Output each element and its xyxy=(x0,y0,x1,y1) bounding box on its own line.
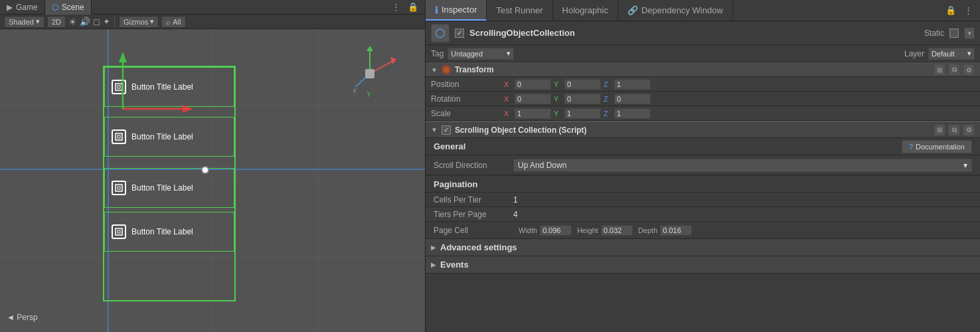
script-icons: ⊞ ⧉ ⚙ xyxy=(934,124,975,136)
game-icon: ▶ xyxy=(7,3,13,12)
page-cell-label: Page Cell xyxy=(434,226,513,235)
component-enabled-checkbox[interactable] xyxy=(455,29,464,38)
advanced-arrow: ▶ xyxy=(431,244,436,251)
scale-x-field[interactable]: 1 xyxy=(515,108,551,119)
rot-x-field[interactable]: 0 xyxy=(515,94,551,104)
game-tab-label: Game xyxy=(16,3,38,12)
events-row[interactable]: ▶ Events xyxy=(426,256,980,274)
scene-tab-label: Scene xyxy=(62,3,84,12)
pos-x-field[interactable]: 0 xyxy=(515,79,551,90)
rot-y-field[interactable]: 0 xyxy=(564,94,601,104)
view-gizmo: y x z xyxy=(342,46,398,102)
scroll-dir-row: Scroll Direction Up And Down ▾ xyxy=(426,155,980,175)
circle-handle[interactable] xyxy=(201,166,209,174)
scroll-dir-dropdown[interactable]: Up And Down ▾ xyxy=(513,159,972,172)
scale-x-label: X xyxy=(504,110,512,118)
scale-y-label: Y xyxy=(554,110,562,118)
pos-z-field[interactable]: 1 xyxy=(614,79,651,90)
cube-icon-4 xyxy=(114,227,123,236)
cube-icon-2 xyxy=(114,132,123,141)
page-cell-row: Page Cell Width 0.096 Height 0.032 Depth… xyxy=(426,222,980,239)
svg-rect-7 xyxy=(118,230,120,233)
test-runner-label: Test Runner xyxy=(496,5,542,15)
mode-2d-btn[interactable]: 2D xyxy=(47,16,66,28)
tab-lock-icon[interactable]: 🔒 xyxy=(406,1,420,14)
tab-menu-icon[interactable]: ⋮ xyxy=(389,1,402,14)
transform-link-icon[interactable]: ⧉ xyxy=(948,64,960,76)
cells-per-tier-value: 1 xyxy=(513,195,518,205)
width-group: Width 0.096 xyxy=(519,225,572,236)
svg-marker-9 xyxy=(183,105,193,113)
transform-title: Transform xyxy=(455,65,494,74)
script-section-header: ▼ Scrolling Object Collection (Script) ⊞… xyxy=(426,121,980,138)
scroll-dir-arrow: ▾ xyxy=(963,161,967,170)
scene-viewport[interactable]: Button Title Label Button Title Label xyxy=(0,29,425,332)
script-enabled-checkbox[interactable] xyxy=(442,125,451,135)
tag-value: Untagged xyxy=(451,50,483,58)
tab-inspector[interactable]: ℹ Inspector xyxy=(426,0,487,21)
rot-y-group: Y 0 xyxy=(554,94,601,104)
tag-arrow: ▾ xyxy=(507,49,511,58)
script-link-icon[interactable]: ⧉ xyxy=(948,124,960,136)
script-copy-icon[interactable]: ⊞ xyxy=(934,124,945,136)
advanced-title: Advanced settings xyxy=(440,242,517,252)
rotation-label: Rotation xyxy=(431,94,504,104)
general-title: General xyxy=(434,141,902,151)
component-icon-box: ⬡ xyxy=(431,24,449,42)
svg-marker-13 xyxy=(367,46,373,51)
tab-dependency[interactable]: 🔗 Dependency Window xyxy=(618,0,733,21)
static-dropdown-btn[interactable]: ▾ xyxy=(964,27,975,39)
svg-rect-1 xyxy=(118,86,120,88)
search-btn[interactable]: ⌕ All xyxy=(161,16,185,28)
pos-y-group: Y 0 xyxy=(554,79,601,90)
tab-game[interactable]: ▶ Game xyxy=(0,0,45,15)
tag-label: Tag xyxy=(431,49,444,58)
scene-toolbar: Shaded ▾ 2D ☀ 🔊 ◻ ✦ Gizmos ▾ ⌕ All xyxy=(0,15,425,29)
documentation-button[interactable]: ? Documentation xyxy=(902,140,972,153)
width-field[interactable]: 0.096 xyxy=(540,225,572,236)
static-checkbox[interactable] xyxy=(949,29,959,38)
tag-dropdown[interactable]: Untagged ▾ xyxy=(448,48,514,60)
position-label: Position xyxy=(431,80,504,89)
events-arrow: ▶ xyxy=(431,261,436,268)
advanced-settings-row[interactable]: ▶ Advanced settings xyxy=(426,239,980,256)
gizmos-dropdown[interactable]: Gizmos ▾ xyxy=(119,16,159,28)
depth-group: Depth 0.016 xyxy=(638,225,692,236)
script-gear-icon[interactable]: ⚙ xyxy=(963,124,975,136)
scale-y-field[interactable]: 1 xyxy=(564,108,601,119)
depth-field[interactable]: 0.016 xyxy=(660,225,692,236)
rot-z-field[interactable]: 0 xyxy=(614,94,651,104)
tab-scene[interactable]: ⬡ Scene xyxy=(45,0,92,15)
scale-row: Scale X 1 Y 1 Z 1 xyxy=(426,106,980,121)
item-icon-4 xyxy=(112,224,126,239)
transform-copy-icon[interactable]: ⊞ xyxy=(934,64,945,76)
transform-toggle[interactable]: ▼ xyxy=(431,66,438,74)
inspector-lock-icon[interactable]: 🔒 xyxy=(944,4,957,17)
item-label-3: Button Title Label xyxy=(131,183,193,193)
item-label-4: Button Title Label xyxy=(131,227,193,236)
script-toggle[interactable]: ▼ xyxy=(431,126,438,133)
inspector-menu-icon[interactable]: ⋮ xyxy=(961,4,975,17)
rot-z-group: Z 0 xyxy=(604,94,651,104)
component-name: ScrollingObjectCollection xyxy=(469,28,919,38)
inspector-content: ⬡ ScrollingObjectCollection Static ▾ Tag… xyxy=(426,21,980,332)
pos-z-group: Z 1 xyxy=(604,79,651,90)
tab-holographic[interactable]: Holographic xyxy=(553,0,618,21)
light-icon: ☀ xyxy=(68,17,77,27)
layer-dropdown[interactable]: Default ▾ xyxy=(928,48,975,60)
svg-rect-2 xyxy=(116,133,122,140)
height-group: Height 0.032 xyxy=(577,225,633,236)
svg-rect-3 xyxy=(118,135,120,138)
transform-section-header: ▼ Transform ⊞ ⧉ ⚙ xyxy=(426,62,980,77)
scale-z-field[interactable]: 1 xyxy=(614,108,651,119)
tab-test-runner[interactable]: Test Runner xyxy=(487,0,552,21)
height-field[interactable]: 0.032 xyxy=(601,225,633,236)
dependency-label: Dependency Window xyxy=(641,5,723,15)
svg-text:z: z xyxy=(353,87,357,94)
shading-dropdown[interactable]: Shaded ▾ xyxy=(4,16,44,28)
cells-per-tier-row: Cells Per Tier 1 xyxy=(426,193,980,207)
transform-gear-icon[interactable]: ⚙ xyxy=(963,64,975,76)
doc-icon: ? xyxy=(909,143,913,151)
pos-y-field[interactable]: 0 xyxy=(564,79,601,90)
tag-layer-row: Tag Untagged ▾ Layer Default ▾ xyxy=(426,45,980,62)
